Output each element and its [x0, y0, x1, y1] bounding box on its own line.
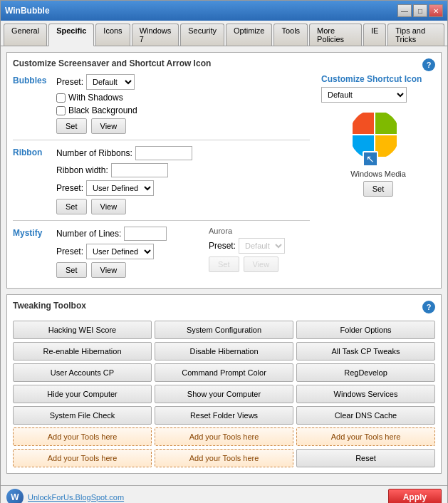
apply-button[interactable]: Apply [388, 489, 442, 503]
aurora-set-button[interactable]: Set [209, 256, 239, 272]
close-button[interactable]: ✕ [429, 4, 443, 17]
aurora-buttons: Set View [209, 256, 310, 272]
maximize-button[interactable]: □ [413, 4, 427, 17]
tool-disable-hibernation[interactable]: Disable Hibernation [155, 342, 293, 361]
ribbon-row: Ribbon Number of Ribbons: Ribbon width: [13, 146, 310, 214]
mystify-lines-row: Number of Lines: [56, 227, 199, 241]
logo-green [375, 113, 397, 134]
status-link-area: W UnlockForUs.BlogSpot.com [6, 489, 124, 503]
shortcut-set-button[interactable]: Set [363, 181, 394, 197]
mystify-section: Mystify Number of Lines: Preset: [13, 227, 199, 282]
tab-more-policies[interactable]: More Policies [309, 24, 362, 46]
tool-clear-dns[interactable]: Clear DNS Cache [296, 406, 435, 425]
tool-windows-services[interactable]: Windows Services [296, 385, 435, 403]
sep1 [13, 140, 310, 140]
tool-add-2[interactable]: Add your Tools here [155, 427, 293, 446]
tab-windows7[interactable]: Windows 7 [132, 24, 179, 46]
status-bar: W UnlockForUs.BlogSpot.com Apply [1, 485, 447, 503]
tool-system-config[interactable]: System Configuration [155, 321, 293, 339]
logo-red [353, 113, 374, 134]
tab-tools[interactable]: Tools [274, 24, 308, 46]
tool-add-4[interactable]: Add your Tools here [13, 449, 152, 467]
tool-hide-computer[interactable]: Hide your Computer [13, 385, 152, 403]
tool-reset[interactable]: Reset [296, 449, 435, 467]
window-title: WinBubble [5, 6, 50, 16]
ribbon-preset-row: Preset: User Defined Default [56, 180, 310, 196]
minimize-button[interactable]: — [397, 4, 412, 17]
shortcut-icon-area: ↖ Windows Media Set [321, 110, 435, 197]
ribbon-preset-select[interactable]: User Defined Default [86, 180, 154, 196]
shortcut-title: Customize Shortcut Icon [321, 74, 435, 84]
bubbles-black-checkbox[interactable] [56, 106, 66, 115]
tab-bar: General Specific Icons Windows 7 Securit… [1, 21, 447, 46]
bubbles-set-button[interactable]: Set [56, 118, 87, 134]
main-window: WinBubble — □ ✕ General Specific Icons W… [0, 0, 448, 503]
toolbox-grid: Hacking WEI Score System Configuration F… [13, 321, 435, 467]
content-area: Customize Screensaver and Shortcut Arrow… [1, 46, 447, 485]
ribbon-width-label: Ribbon width: [56, 165, 108, 175]
bubbles-label: Bubbles [13, 74, 52, 85]
toolbox-help-icon[interactable]: ? [422, 301, 435, 313]
tool-add-3[interactable]: Add your Tools here [296, 427, 435, 446]
tool-add-1[interactable]: Add your Tools here [13, 427, 152, 446]
tool-cmd-color[interactable]: Command Prompt Color [155, 363, 293, 382]
sep2 [13, 220, 310, 221]
shortcut-preset-select[interactable]: Default Custom [321, 87, 407, 103]
tab-general[interactable]: General [4, 24, 47, 46]
mystify-preset-label: Preset: [56, 247, 83, 256]
tool-all-task-cp[interactable]: All Task CP Tweaks [296, 342, 435, 361]
app-logo: W [6, 489, 24, 503]
tab-optimize[interactable]: Optimize [226, 24, 272, 46]
ribbon-set-button[interactable]: Set [56, 199, 87, 214]
tool-folder-options[interactable]: Folder Options [296, 321, 435, 339]
ribbon-view-button[interactable]: View [91, 199, 127, 214]
mystify-preset-select[interactable]: User Defined Default [86, 244, 154, 259]
tab-specific[interactable]: Specific [48, 24, 94, 46]
mystify-aurora-section: Mystify Number of Lines: Preset: [13, 227, 310, 282]
mystify-set-button[interactable]: Set [56, 262, 87, 278]
mystify-row: Mystify Number of Lines: Preset: [13, 227, 199, 278]
status-link-text[interactable]: UnlockForUs.BlogSpot.com [28, 493, 124, 502]
bubbles-view-button[interactable]: View [91, 118, 127, 134]
bubbles-preset-select[interactable]: Default Custom [86, 74, 135, 90]
aurora-preset-row: Preset: Default [209, 238, 310, 254]
mystify-content: Number of Lines: Preset: User Defined De… [56, 227, 199, 278]
tool-show-computer[interactable]: Show your Computer [155, 385, 293, 403]
tool-reenable-hibernation[interactable]: Re-enable Hibernation [13, 342, 152, 361]
shortcut-section: Customize Shortcut Icon Default Custom [321, 74, 435, 282]
aurora-view-button[interactable]: View [244, 256, 279, 272]
bubbles-shadows-checkbox[interactable] [56, 93, 66, 103]
aurora-section: Aurora Preset: Default Set View [203, 227, 310, 282]
tool-add-5[interactable]: Add your Tools here [155, 449, 293, 467]
mystify-lines-input[interactable] [124, 227, 167, 241]
aurora-preset-label: Preset: [209, 241, 236, 251]
tab-security[interactable]: Security [180, 24, 224, 46]
bubbles-preset-row: Preset: Default Custom [56, 74, 310, 90]
tool-regdevelop[interactable]: RegDevelop [296, 363, 435, 382]
toolbox-panel-header: Tweaking Toolbox ? [13, 301, 435, 316]
windows-logo-container: ↖ [350, 110, 407, 167]
mystify-label: Mystify [13, 227, 52, 238]
bubbles-black-label: Black Background [68, 105, 137, 115]
mystify-preset-row: Preset: User Defined Default [56, 244, 199, 259]
tool-system-file-check[interactable]: System File Check [13, 406, 152, 425]
tool-reset-folder-views[interactable]: Reset Folder Views [155, 406, 293, 425]
ribbon-preset-label: Preset: [56, 183, 83, 193]
screensaver-help-icon[interactable]: ? [422, 58, 435, 71]
title-bar: WinBubble — □ ✕ [1, 1, 447, 21]
tool-hacking-wei[interactable]: Hacking WEI Score [13, 321, 152, 339]
bubbles-preset-label: Preset: [56, 77, 83, 87]
tab-ie[interactable]: IE [363, 24, 386, 46]
screensaver-panel-title: Customize Screensaver and Shortcut Arrow… [13, 58, 211, 68]
tab-icons[interactable]: Icons [95, 24, 130, 46]
mystify-view-button[interactable]: View [91, 262, 127, 278]
aurora-preset-select[interactable]: Default [239, 238, 285, 254]
ribbon-num-input[interactable] [135, 146, 192, 160]
tab-tips[interactable]: Tips and Tricks [387, 24, 444, 46]
mystify-buttons: Set View [56, 262, 199, 278]
tool-user-accounts[interactable]: User Accounts CP [13, 363, 152, 382]
ribbon-num-label: Number of Ribbons: [56, 148, 132, 158]
bubbles-row: Bubbles Preset: Default Custom [13, 74, 310, 134]
ribbon-width-input[interactable] [111, 163, 168, 177]
toolbox-panel-title: Tweaking Toolbox [13, 301, 86, 311]
